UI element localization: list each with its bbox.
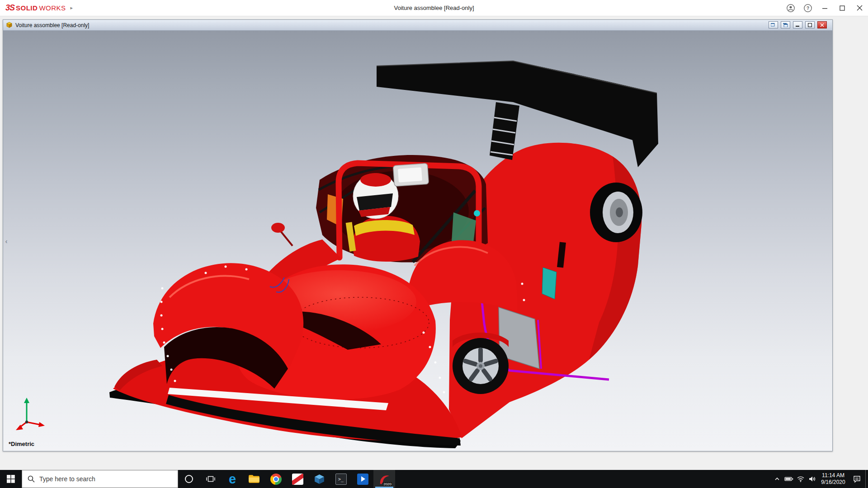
wing-mirror bbox=[271, 223, 292, 246]
taskbar-search[interactable] bbox=[22, 470, 178, 488]
assembly-cube-icon bbox=[6, 22, 13, 28]
doc-restore-button[interactable] bbox=[805, 21, 815, 28]
windows-taskbar: e >_ bbox=[0, 470, 868, 488]
mdi-workspace: Voiture assomblee [Read-only] bbox=[0, 17, 868, 470]
action-center-button[interactable] bbox=[848, 470, 865, 488]
solidworks-logo: 3S SOLID WORKS bbox=[0, 3, 66, 13]
close-icon bbox=[857, 5, 863, 11]
file-explorer-icon bbox=[248, 474, 260, 484]
cortana-button[interactable] bbox=[178, 470, 200, 488]
chrome-button[interactable] bbox=[265, 470, 287, 488]
start-button[interactable] bbox=[0, 470, 22, 488]
tray-expand-button[interactable] bbox=[771, 470, 783, 488]
minimize-button[interactable] bbox=[816, 0, 834, 16]
rearview-mirror bbox=[393, 163, 429, 186]
solidworks-taskbar-button[interactable]: 2020 bbox=[373, 470, 395, 488]
cortana-icon bbox=[185, 475, 193, 483]
menu-expand-icon[interactable]: ▸ bbox=[71, 5, 73, 11]
network-tray-button[interactable] bbox=[795, 470, 807, 488]
cyan-detail bbox=[474, 210, 480, 216]
task-view-icon bbox=[206, 474, 215, 483]
screen: 3S SOLID WORKS ▸ Voiture assomblee [Read… bbox=[0, 0, 868, 488]
document-title: Voiture assomblee [Read-only] bbox=[15, 22, 89, 28]
doc-minimize-icon bbox=[796, 23, 800, 27]
side-panel-teal bbox=[542, 267, 557, 299]
clock-time: 11:14 AM bbox=[819, 472, 847, 479]
orientation-triad bbox=[11, 395, 47, 436]
console-app-button[interactable]: >_ bbox=[330, 470, 352, 488]
view-orientation-label: *Dimetric bbox=[9, 441, 34, 447]
help-icon: ? bbox=[803, 4, 812, 13]
chrome-icon bbox=[270, 474, 282, 485]
console-app-icon: >_ bbox=[335, 474, 347, 485]
doc-close-icon bbox=[820, 23, 824, 27]
clock-date: 9/16/2020 bbox=[819, 479, 847, 486]
volume-icon bbox=[809, 476, 816, 482]
cube-app-button[interactable] bbox=[308, 470, 330, 488]
search-input[interactable] bbox=[39, 475, 166, 483]
document-titlebar[interactable]: Voiture assomblee [Read-only] bbox=[3, 20, 832, 31]
maximize-icon bbox=[840, 5, 845, 11]
action-center-icon bbox=[853, 475, 861, 483]
minimize-icon bbox=[822, 5, 828, 11]
doc-close-button[interactable] bbox=[817, 21, 827, 28]
app-titlebar: 3S SOLID WORKS ▸ Voiture assomblee [Read… bbox=[0, 0, 868, 16]
doc-cascade-button[interactable] bbox=[769, 21, 778, 28]
media-app-icon bbox=[357, 474, 368, 485]
play-icon bbox=[361, 476, 365, 482]
featuremanager-collapse-arrow[interactable]: ‹ bbox=[3, 235, 9, 247]
graphics-viewport[interactable]: ‹ *Dimetric bbox=[3, 31, 832, 451]
edge-icon: e bbox=[229, 473, 236, 485]
task-view-button[interactable] bbox=[200, 470, 222, 488]
battery-tray-button[interactable] bbox=[783, 470, 795, 488]
document-window-buttons bbox=[769, 21, 827, 28]
brand-mark: 3S bbox=[5, 3, 14, 13]
edge-button[interactable]: e bbox=[222, 470, 243, 488]
brand-solid: SOLID bbox=[16, 4, 38, 12]
cascade-window-icon bbox=[771, 23, 776, 27]
chevron-up-icon bbox=[774, 476, 780, 482]
battery-icon bbox=[784, 476, 793, 482]
car-assembly-model bbox=[3, 31, 832, 451]
media-app-button[interactable] bbox=[352, 470, 373, 488]
doc-restore-icon bbox=[808, 23, 812, 27]
windows-logo-icon bbox=[7, 475, 15, 483]
console-glyph: >_ bbox=[338, 477, 344, 482]
close-button[interactable] bbox=[851, 0, 868, 16]
system-tray: 11:14 AM 9/16/2020 bbox=[771, 470, 868, 488]
taskbar-clock[interactable]: 11:14 AM 9/16/2020 bbox=[818, 472, 848, 486]
tile-window-icon bbox=[783, 23, 788, 27]
solidworks-taskbar-icon: 2020 bbox=[377, 472, 391, 486]
account-button[interactable] bbox=[782, 0, 799, 16]
show-desktop-button[interactable] bbox=[865, 470, 868, 488]
help-button[interactable]: ? bbox=[799, 0, 816, 16]
account-icon bbox=[786, 4, 795, 13]
cube-app-icon bbox=[314, 474, 325, 485]
volume-tray-button[interactable] bbox=[807, 470, 818, 488]
search-icon bbox=[28, 475, 35, 483]
solidworks-version-badge: 2020 bbox=[383, 482, 392, 486]
brand-works: WORKS bbox=[39, 4, 66, 12]
red-app-button[interactable] bbox=[287, 470, 308, 488]
wing-struts bbox=[490, 102, 519, 160]
doc-tile-button[interactable] bbox=[781, 21, 790, 28]
window-controls: ? bbox=[782, 0, 868, 16]
maximize-button[interactable] bbox=[834, 0, 851, 16]
red-ribbon-app-icon bbox=[292, 474, 303, 485]
svg-text:?: ? bbox=[807, 6, 809, 11]
file-explorer-button[interactable] bbox=[243, 470, 265, 488]
doc-minimize-button[interactable] bbox=[793, 21, 802, 28]
document-window: Voiture assomblee [Read-only] bbox=[3, 19, 833, 451]
wifi-icon bbox=[797, 476, 804, 482]
window-title: Voiture assomblee [Read-only] bbox=[0, 5, 868, 11]
